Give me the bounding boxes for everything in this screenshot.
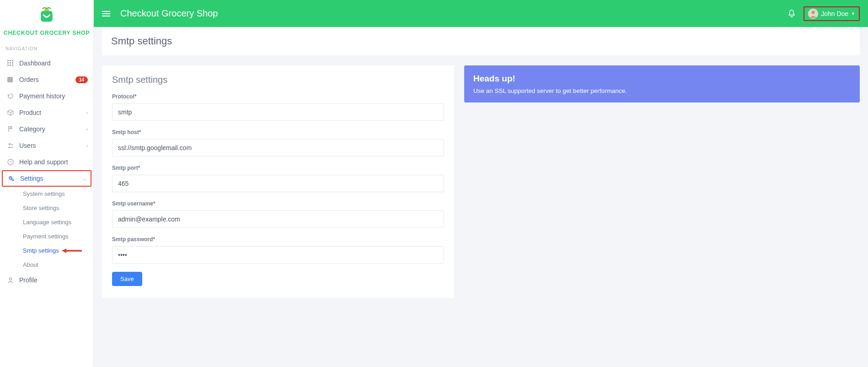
user-icon bbox=[5, 277, 16, 283]
svg-point-20 bbox=[10, 278, 12, 280]
notifications-icon[interactable] bbox=[788, 10, 795, 18]
sidebar-item-settings[interactable]: Settings ⌄ bbox=[2, 170, 91, 187]
sidebar-item-payment-history[interactable]: Payment history bbox=[0, 88, 93, 104]
smtp-username-label: Smtp username* bbox=[112, 200, 444, 207]
card-title: Smtp settings bbox=[112, 75, 444, 85]
chevron-right-icon: › bbox=[86, 110, 88, 115]
smtp-port-label: Smtp port* bbox=[112, 165, 444, 171]
box-icon bbox=[5, 109, 16, 116]
main-area: Checkout Grocery Shop John Doe ▼ Smtp se… bbox=[94, 0, 868, 367]
avatar bbox=[808, 9, 818, 19]
sub-item-system-settings[interactable]: System settings bbox=[23, 187, 93, 201]
grid-icon bbox=[5, 60, 16, 66]
page-title: Smtp settings bbox=[102, 27, 860, 55]
svg-text:?: ? bbox=[10, 160, 12, 164]
sidebar-item-dashboard[interactable]: Dashboard bbox=[0, 55, 93, 71]
smtp-password-label: Smtp password* bbox=[112, 236, 444, 243]
menu-toggle-icon[interactable] bbox=[102, 11, 110, 17]
sub-item-label: Smtp settings bbox=[23, 247, 59, 254]
sidebar-item-label: Users bbox=[19, 142, 86, 149]
smtp-settings-card: Smtp settings Protocol* Smtp host* Smtp … bbox=[102, 65, 454, 298]
caret-down-icon: ▼ bbox=[851, 11, 855, 16]
sidebar-item-label: Profile bbox=[19, 276, 88, 284]
user-menu[interactable]: John Doe ▼ bbox=[804, 6, 860, 21]
svg-point-12 bbox=[11, 144, 12, 145]
sub-item-about[interactable]: About bbox=[23, 258, 93, 272]
sub-item-language-settings[interactable]: Language settings bbox=[23, 215, 93, 229]
chevron-right-icon: › bbox=[86, 126, 88, 132]
save-button[interactable]: Save bbox=[112, 272, 142, 286]
smtp-host-input[interactable] bbox=[112, 139, 444, 157]
settings-submenu: System settings Store settings Language … bbox=[0, 187, 93, 272]
svg-rect-10 bbox=[12, 65, 13, 66]
svg-point-25 bbox=[812, 11, 815, 14]
svg-rect-3 bbox=[10, 60, 11, 61]
app-title: Checkout Grocery Shop bbox=[120, 8, 788, 19]
user-name: John Doe bbox=[821, 10, 848, 17]
svg-rect-6 bbox=[10, 62, 11, 64]
svg-point-11 bbox=[9, 143, 11, 145]
alert-text: Use an SSL supported server to get bette… bbox=[473, 87, 851, 94]
svg-rect-7 bbox=[12, 62, 13, 64]
sidebar-item-users[interactable]: Users › bbox=[0, 137, 93, 154]
smtp-password-input[interactable] bbox=[112, 246, 444, 264]
protocol-label: Protocol* bbox=[112, 93, 444, 100]
sidebar-item-help[interactable]: ? Help and support bbox=[0, 154, 93, 170]
flag-icon bbox=[5, 126, 16, 132]
sidebar-item-label: Product bbox=[19, 109, 86, 116]
svg-rect-9 bbox=[10, 65, 11, 66]
protocol-input[interactable] bbox=[112, 103, 444, 121]
sidebar: CHECKOUT GROCERY SHOP NAVIGATION Dashboa… bbox=[0, 0, 94, 367]
svg-rect-5 bbox=[7, 62, 9, 64]
smtp-username-input[interactable] bbox=[112, 210, 444, 228]
history-icon bbox=[5, 93, 16, 99]
book-icon bbox=[5, 76, 16, 83]
sub-item-payment-settings[interactable]: Payment settings bbox=[23, 229, 93, 243]
alert-title: Heads up! bbox=[473, 74, 851, 84]
chevron-down-icon: ⌄ bbox=[83, 176, 87, 182]
sub-item-label: Payment settings bbox=[23, 233, 69, 240]
sidebar-item-label: Category bbox=[19, 125, 86, 133]
sidebar-item-product[interactable]: Product › bbox=[0, 104, 93, 121]
brand-name: CHECKOUT GROCERY SHOP bbox=[0, 28, 93, 43]
sidebar-item-category[interactable]: Category › bbox=[0, 121, 93, 137]
svg-point-17 bbox=[10, 178, 11, 178]
orders-badge: 14 bbox=[75, 76, 88, 83]
svg-rect-4 bbox=[12, 60, 13, 61]
info-alert: Heads up! Use an SSL supported server to… bbox=[464, 65, 860, 103]
sidebar-item-label: Settings bbox=[20, 175, 83, 182]
svg-rect-2 bbox=[7, 60, 9, 61]
sidebar-item-label: Orders bbox=[19, 76, 75, 83]
sub-item-smtp-settings[interactable]: Smtp settings bbox=[23, 243, 93, 258]
gears-icon bbox=[6, 175, 16, 182]
topbar: Checkout Grocery Shop John Doe ▼ bbox=[94, 0, 868, 27]
left-arrow-icon bbox=[62, 248, 82, 254]
sidebar-item-label: Payment history bbox=[19, 92, 88, 100]
smtp-host-label: Smtp host* bbox=[112, 129, 444, 135]
sub-item-store-settings[interactable]: Store settings bbox=[23, 201, 93, 215]
sidebar-item-label: Help and support bbox=[19, 158, 88, 166]
users-icon bbox=[5, 142, 16, 149]
brand-logo bbox=[0, 0, 93, 28]
sub-item-label: System settings bbox=[23, 190, 65, 197]
svg-rect-8 bbox=[7, 65, 9, 66]
sidebar-item-orders[interactable]: Orders 14 bbox=[0, 71, 93, 88]
svg-marker-19 bbox=[62, 248, 66, 253]
sidebar-item-label: Dashboard bbox=[19, 59, 88, 67]
svg-point-16 bbox=[12, 179, 14, 181]
sub-item-label: Store settings bbox=[23, 205, 59, 211]
sub-item-label: About bbox=[23, 261, 38, 268]
sidebar-item-profile[interactable]: Profile bbox=[0, 272, 93, 288]
smtp-port-input[interactable] bbox=[112, 175, 444, 192]
chevron-right-icon: › bbox=[86, 143, 88, 148]
question-icon: ? bbox=[5, 159, 16, 165]
nav-section-header: NAVIGATION bbox=[0, 43, 93, 55]
sub-item-label: Language settings bbox=[23, 219, 71, 226]
